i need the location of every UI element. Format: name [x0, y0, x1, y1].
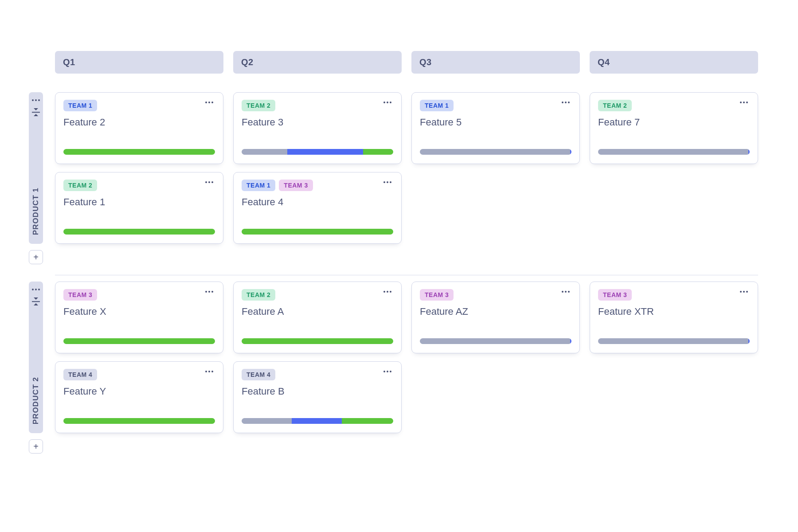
- card-menu-icon[interactable]: [203, 180, 215, 185]
- swimlane-column: TEAM 2Feature 7: [590, 92, 758, 264]
- team-tag: TEAM 3: [63, 289, 97, 301]
- card-title: Feature AZ: [420, 306, 571, 317]
- add-swimlane-button[interactable]: +: [29, 439, 43, 454]
- team-tag: TEAM 1: [420, 100, 454, 111]
- card-menu-icon[interactable]: [382, 100, 393, 105]
- team-tags: TEAM 4: [242, 369, 275, 380]
- feature-card[interactable]: TEAM 2Feature A: [233, 282, 402, 353]
- team-tags: TEAM 2: [63, 180, 97, 191]
- progress-bar: [63, 229, 215, 235]
- team-tags: TEAM 2: [242, 100, 275, 111]
- team-tags: TEAM 4: [63, 369, 97, 380]
- swimlane-menu-icon[interactable]: [30, 287, 42, 292]
- card-menu-icon[interactable]: [738, 289, 750, 294]
- team-tag: TEAM 4: [242, 369, 275, 380]
- card-title: Feature 3: [242, 117, 393, 128]
- roadmap-board: Q1Q2Q3Q4PRODUCT 1+TEAM 1Feature 2TEAM 2F…: [0, 0, 798, 532]
- collapse-icon[interactable]: [32, 108, 40, 116]
- swimlane-divider: [55, 275, 758, 275]
- team-tag: TEAM 3: [420, 289, 454, 301]
- team-tags: TEAM 3: [598, 289, 632, 301]
- swimlane-column: TEAM 3Feature AZ: [411, 282, 580, 454]
- team-tag: TEAM 2: [63, 180, 97, 191]
- card-title: Feature XTR: [598, 306, 750, 317]
- card-title: Feature 5: [420, 117, 571, 128]
- feature-card[interactable]: TEAM 2Feature 3: [233, 92, 402, 164]
- feature-card[interactable]: TEAM 4Feature B: [233, 361, 402, 433]
- team-tags: TEAM 1TEAM 3: [242, 180, 313, 191]
- swimlane-column: TEAM 3Feature XTEAM 4Feature Y: [55, 282, 223, 454]
- team-tags: TEAM 3: [63, 289, 97, 301]
- team-tag: TEAM 2: [242, 289, 275, 301]
- card-menu-icon[interactable]: [560, 100, 571, 105]
- card-menu-icon[interactable]: [382, 289, 393, 294]
- card-menu-icon[interactable]: [560, 289, 571, 294]
- progress-bar: [598, 149, 750, 155]
- card-title: Feature X: [63, 306, 215, 317]
- card-title: Feature B: [242, 386, 393, 397]
- feature-card[interactable]: TEAM 3Feature AZ: [411, 282, 580, 353]
- swimlane-column: TEAM 2Feature ATEAM 4Feature B: [233, 282, 402, 454]
- feature-card[interactable]: TEAM 2Feature 1: [55, 172, 223, 244]
- card-title: Feature 7: [598, 117, 750, 128]
- team-tag: TEAM 1: [63, 100, 97, 111]
- swimlane-gutter: PRODUCT 2+: [27, 282, 45, 454]
- team-tag: TEAM 2: [598, 100, 632, 111]
- card-title: Feature 1: [63, 196, 215, 208]
- card-menu-icon[interactable]: [382, 369, 393, 374]
- swimlane-rail: PRODUCT 2: [29, 282, 43, 433]
- feature-card[interactable]: TEAM 1Feature 2: [55, 92, 223, 164]
- card-menu-icon[interactable]: [203, 100, 215, 105]
- column-header[interactable]: Q3: [411, 51, 580, 74]
- card-menu-icon[interactable]: [382, 180, 393, 185]
- swimlane-column: TEAM 2Feature 3TEAM 1TEAM 3Feature 4: [233, 92, 402, 264]
- progress-bar: [242, 338, 393, 344]
- swimlane-label: PRODUCT 1: [31, 188, 40, 235]
- progress-bar: [420, 149, 571, 155]
- column-header[interactable]: Q2: [233, 51, 402, 74]
- progress-bar: [242, 149, 393, 155]
- progress-bar: [63, 418, 215, 424]
- team-tag: TEAM 2: [242, 100, 275, 111]
- team-tag: TEAM 4: [63, 369, 97, 380]
- swimlane-menu-icon[interactable]: [30, 98, 42, 103]
- feature-card[interactable]: TEAM 2Feature 7: [590, 92, 758, 164]
- column-header[interactable]: Q4: [590, 51, 758, 74]
- card-menu-icon[interactable]: [738, 100, 750, 105]
- swimlane-label: PRODUCT 2: [31, 377, 40, 424]
- card-title: Feature 2: [63, 117, 215, 128]
- feature-card[interactable]: TEAM 4Feature Y: [55, 361, 223, 433]
- progress-bar: [63, 338, 215, 344]
- card-title: Feature 4: [242, 196, 393, 208]
- team-tag: TEAM 3: [598, 289, 632, 301]
- progress-bar: [420, 338, 571, 344]
- swimlane-column: TEAM 1Feature 2TEAM 2Feature 1: [55, 92, 223, 264]
- card-title: Feature A: [242, 306, 393, 317]
- card-menu-icon[interactable]: [203, 289, 215, 294]
- team-tags: TEAM 1: [420, 100, 454, 111]
- swimlane-gutter: PRODUCT 1+: [27, 92, 45, 264]
- column-header[interactable]: Q1: [55, 51, 223, 74]
- swimlane-rail: PRODUCT 1: [29, 92, 43, 244]
- progress-bar: [598, 338, 750, 344]
- team-tags: TEAM 2: [598, 100, 632, 111]
- card-menu-icon[interactable]: [203, 369, 215, 374]
- progress-bar: [63, 149, 215, 155]
- swimlane-column: TEAM 3Feature XTR: [590, 282, 758, 454]
- team-tag: TEAM 3: [279, 180, 313, 191]
- team-tags: TEAM 2: [242, 289, 275, 301]
- team-tags: TEAM 3: [420, 289, 454, 301]
- feature-card[interactable]: TEAM 3Feature X: [55, 282, 223, 353]
- feature-card[interactable]: TEAM 1TEAM 3Feature 4: [233, 172, 402, 244]
- card-title: Feature Y: [63, 386, 215, 397]
- team-tags: TEAM 1: [63, 100, 97, 111]
- collapse-icon[interactable]: [32, 297, 40, 305]
- feature-card[interactable]: TEAM 1Feature 5: [411, 92, 580, 164]
- team-tag: TEAM 1: [242, 180, 275, 191]
- add-swimlane-button[interactable]: +: [29, 250, 43, 264]
- header-gutter: [27, 51, 45, 74]
- feature-card[interactable]: TEAM 3Feature XTR: [590, 282, 758, 353]
- progress-bar: [242, 229, 393, 235]
- progress-bar: [242, 418, 393, 424]
- swimlane-column: TEAM 1Feature 5: [411, 92, 580, 264]
